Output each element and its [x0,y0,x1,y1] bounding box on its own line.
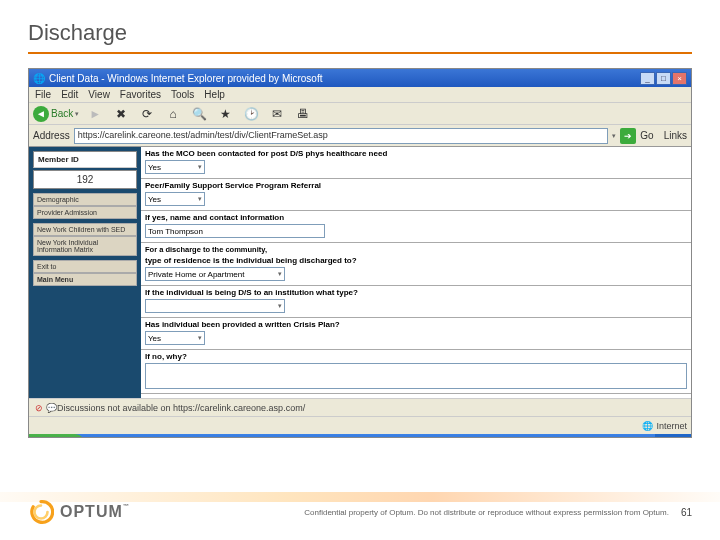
member-id-value: 192 [33,170,137,189]
address-label: Address [33,130,70,141]
sidebar-exit-label: Exit to [33,260,137,273]
institution-select[interactable]: ▾ [145,299,285,313]
q-contact: If yes, name and contact information [145,213,687,222]
q-peer: Peer/Family Support Service Program Refe… [145,181,687,190]
status-bar-1: ⊘ 💬 Discussions not available on https:/… [29,398,691,416]
home-icon[interactable]: ⌂ [163,105,183,123]
peer-value: Yes [148,195,161,204]
history-icon[interactable]: 🕑 [241,105,261,123]
discussion-icon: 💬 [45,402,57,414]
chevron-down-icon: ▾ [198,195,202,203]
forward-button[interactable]: ► [85,105,105,123]
sidebar-main-menu-link[interactable]: Main Menu [33,273,137,286]
task-item[interactable] [239,437,253,438]
address-bar: Address https://carelink.careone.test/ad… [29,125,691,147]
q-institution: If the individual is being D/S to an ins… [145,288,687,297]
q-crisis: Has individual been provided a written C… [145,320,687,329]
mco-value: Yes [148,163,161,172]
page-title: Discharge [28,20,692,54]
url-dropdown-icon[interactable]: ▾ [612,132,616,140]
back-label: Back [51,108,73,119]
chevron-down-icon: ▾ [278,270,282,278]
favorites-icon[interactable]: ★ [215,105,235,123]
stop-icon[interactable]: ✖ [111,105,131,123]
menu-bar: File Edit View Favorites Tools Help [29,87,691,103]
page-number: 61 [681,507,692,518]
sidebar-item-ny-info-matrix[interactable]: New York Individual Information Matrix [33,236,137,256]
menu-edit[interactable]: Edit [61,89,78,100]
crisis-select[interactable]: Yes ▾ [145,331,205,345]
confidential-text: Confidential property of Optum. Do not d… [304,508,669,517]
ie-toolbar: ◄ Back ▾ ► ✖ ⟳ ⌂ 🔍 ★ 🕑 ✉ 🖶 [29,103,691,125]
trademark-icon: ™ [123,503,130,509]
residence-value: Private Home or Apartment [148,270,244,279]
peer-select[interactable]: Yes ▾ [145,192,205,206]
sidebar-item-provider-admission[interactable]: Provider Admission [33,206,137,219]
window-titlebar: 🌐 Client Data - Windows Internet Explore… [29,69,691,87]
contact-input[interactable]: Tom Thompson [145,224,325,238]
chevron-down-icon: ▾ [75,110,79,118]
page-content: Member ID 192 Demographic Provider Admis… [29,147,691,398]
task-item[interactable]: Microsoft … [365,437,422,438]
internet-icon: 🌐 [641,420,653,432]
close-button[interactable]: × [672,72,687,85]
status-bar-2: 🌐 Internet [29,416,691,434]
task-item[interactable] [349,437,363,438]
go-label: Go [640,130,653,141]
mail-icon[interactable]: ✉ [267,105,287,123]
maximize-button[interactable]: □ [656,72,671,85]
task-item[interactable]: Meeting Manag… [89,437,166,438]
print-icon[interactable]: 🖶 [293,105,313,123]
residence-select[interactable]: Private Home or Apartment ▾ [145,267,285,281]
sidebar: Member ID 192 Demographic Provider Admis… [29,147,141,398]
minimize-button[interactable]: _ [640,72,655,85]
q-mco: Has the MCO been contacted for post D/S … [145,149,687,158]
sidebar-item-ny-children-sed[interactable]: New York Children with SED [33,223,137,236]
q-why: If no, why? [145,352,687,361]
task-item-active[interactable]: Client Data - W… [271,437,347,438]
menu-file[interactable]: File [35,89,51,100]
chevron-down-icon: ▾ [198,163,202,171]
crisis-value: Yes [148,334,161,343]
url-input[interactable]: https://carelink.careone.test/admin/test… [74,128,609,144]
windows-taskbar: ⊞ start Meeting Manag… Microsoft Offi… C… [29,434,691,438]
q-under18: If under 18 linkages with other systems? [145,396,687,398]
community-label: For a discharge to the community, [145,245,687,254]
back-button[interactable]: ◄ Back ▾ [33,106,79,122]
member-id-label: Member ID [33,151,137,168]
task-item[interactable] [255,437,269,438]
refresh-icon[interactable]: ⟳ [137,105,157,123]
search-icon[interactable]: 🔍 [189,105,209,123]
q-residence: type of residence is the individual bein… [145,256,687,265]
browser-window: 🌐 Client Data - Windows Internet Explore… [28,68,692,438]
chevron-down-icon: ▾ [278,302,282,310]
form-panel: Has the MCO been contacted for post D/S … [141,147,691,398]
status-text: Discussions not available on https://car… [57,403,305,413]
back-icon: ◄ [33,106,49,122]
mco-select[interactable]: Yes ▾ [145,160,205,174]
optum-logo: OPTUM™ [28,499,130,525]
sidebar-item-demographic[interactable]: Demographic [33,193,137,206]
go-button[interactable]: ➔ [620,128,636,144]
footer: OPTUM™ Confidential property of Optum. D… [0,480,720,540]
chevron-down-icon: ▾ [198,334,202,342]
why-textarea[interactable] [145,363,687,389]
menu-favorites[interactable]: Favorites [120,89,161,100]
menu-tools[interactable]: Tools [171,89,194,100]
menu-help[interactable]: Help [204,89,225,100]
ie-icon: 🌐 [33,73,45,84]
menu-view[interactable]: View [88,89,110,100]
optum-swirl-icon [28,499,54,525]
links-label[interactable]: Links [664,130,687,141]
zone-text: Internet [656,421,687,431]
brand-name: OPTUM [60,503,123,520]
window-title-text: Client Data - Windows Internet Explorer … [49,73,322,84]
task-item[interactable]: Microsoft Offi… [168,437,237,438]
system-tray[interactable]: 🔊 🛡 [655,434,691,438]
start-button[interactable]: ⊞ start [29,434,85,438]
stop-icon[interactable]: ⊘ [33,402,45,414]
